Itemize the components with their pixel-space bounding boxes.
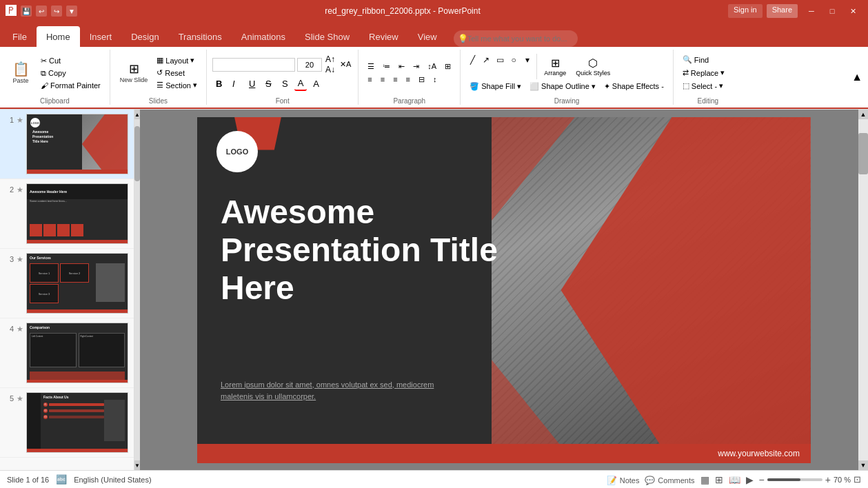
save-icon[interactable]: 💾: [21, 6, 32, 17]
reset-icon: ↺: [157, 68, 163, 77]
align-right-button[interactable]: ≡: [390, 74, 401, 85]
italic-button[interactable]: I: [229, 77, 243, 90]
line-spacing-button[interactable]: ↕: [430, 74, 441, 85]
notes-button[interactable]: 📝 Notes: [607, 474, 640, 485]
minimize-button[interactable]: ─: [802, 4, 821, 18]
font-name-input[interactable]: [212, 58, 295, 72]
section-button[interactable]: ☰Section▾: [153, 79, 201, 91]
share-button[interactable]: Share: [767, 4, 798, 18]
increase-indent-button[interactable]: ⇥: [410, 61, 423, 72]
zoom-slider[interactable]: [767, 478, 822, 481]
justify-button[interactable]: ≡: [403, 74, 414, 85]
slide-num-1: 1: [3, 114, 17, 126]
tell-me-input[interactable]: [454, 30, 578, 47]
tab-design[interactable]: Design: [121, 26, 168, 47]
slide-item-3[interactable]: 3 ★ Our Services Service 1 Service 2 Ser…: [0, 249, 134, 318]
slide-panel: 1 ★ LOGO AwesomePresentationTitle Here: [0, 110, 134, 470]
v-scroll-thumb[interactable]: [858, 133, 868, 174]
font-size-input[interactable]: [297, 58, 322, 72]
bullets-button[interactable]: ☰: [364, 61, 378, 72]
arrow-shape-button[interactable]: ↗: [480, 54, 492, 66]
format-painter-button[interactable]: 🖌Format Painter: [37, 80, 104, 91]
window-title: red_grey_ribbon_22006.pptx - PowerPoint: [77, 6, 728, 16]
select-icon: ⬚: [683, 81, 689, 90]
columns-button[interactable]: ⊟: [415, 74, 428, 85]
ellipse-shape-button[interactable]: ○: [507, 54, 520, 66]
tab-review[interactable]: Review: [359, 26, 408, 47]
align-center-button[interactable]: ≡: [377, 74, 388, 85]
tab-view[interactable]: View: [408, 26, 447, 47]
more-shapes-button[interactable]: ▾: [521, 54, 534, 66]
zoom-in-button[interactable]: +: [825, 474, 831, 485]
cut-icon: ✂: [41, 57, 47, 65]
reset-button[interactable]: ↺Reset: [153, 67, 201, 79]
comments-button[interactable]: 💬 Comments: [645, 474, 694, 485]
align-left-button[interactable]: ≡: [364, 74, 375, 85]
slide-sorter-button[interactable]: ⊞: [715, 474, 723, 485]
clear-format-button[interactable]: ✕A: [339, 60, 352, 69]
slide-item-5[interactable]: 5 ★ Facts About Us 01 02 03: [0, 388, 134, 458]
normal-view-button[interactable]: ▦: [700, 474, 709, 485]
tab-transitions[interactable]: Transitions: [169, 26, 232, 47]
zoom-out-button[interactable]: −: [759, 474, 765, 485]
v-scroll-up-button[interactable]: ▲: [858, 110, 868, 119]
text-highlight-button[interactable]: A: [310, 77, 323, 90]
quick-styles-button[interactable]: ⬡ Quick Styles: [572, 54, 614, 79]
signin-button[interactable]: Sign in: [728, 4, 763, 18]
slide-item-4[interactable]: 4 ★ Comparison Left Content Right Conten…: [0, 318, 134, 388]
slide-canvas[interactable]: LOGO Awesome Presentation Title Here Lor…: [197, 117, 811, 463]
paste-button[interactable]: 📋 Paste: [6, 59, 36, 87]
find-button[interactable]: 🔍Find: [679, 54, 712, 65]
underline-button[interactable]: U: [245, 77, 259, 90]
slide-thumb-4: Comparison Left Content Right Content: [26, 323, 128, 383]
v-scroll-down-button[interactable]: ▼: [858, 460, 868, 470]
replace-button[interactable]: ⇄Replace▾: [679, 67, 728, 79]
tab-animations[interactable]: Animations: [232, 26, 295, 47]
shape-effects-button[interactable]: ✦Shape Effects -: [600, 81, 667, 92]
increase-font-button[interactable]: A↑: [324, 54, 336, 64]
redo-icon[interactable]: ↪: [51, 6, 62, 17]
shape-fill-button[interactable]: 🪣Shape Fill▾: [466, 81, 525, 92]
undo-icon[interactable]: ↩: [36, 6, 47, 17]
slide-item-2[interactable]: 2 ★ Awesome Header Here Some content tex…: [0, 179, 134, 249]
decrease-indent-button[interactable]: ⇤: [395, 61, 408, 72]
arrange-button[interactable]: ⊞ Arrange: [540, 54, 570, 79]
editing-content: 🔍Find ⇄Replace▾ ⬚Select -▾: [679, 50, 728, 96]
rect-shape-button[interactable]: ▭: [494, 54, 506, 66]
bold-button[interactable]: B: [212, 77, 226, 90]
numbering-button[interactable]: ≔: [379, 61, 394, 72]
customize-icon[interactable]: ▼: [66, 6, 77, 17]
tab-slideshow[interactable]: Slide Show: [295, 26, 359, 47]
line-shape-button[interactable]: ╱: [466, 54, 478, 66]
reading-view-button[interactable]: 📖: [729, 474, 740, 485]
tab-insert[interactable]: Insert: [80, 26, 122, 47]
tab-file[interactable]: File: [3, 26, 37, 47]
select-button[interactable]: ⬚Select -▾: [679, 80, 727, 92]
new-slide-button[interactable]: ⊞ New Slide: [116, 60, 152, 86]
copy-button[interactable]: ⧉Copy: [37, 68, 104, 79]
slideshow-button[interactable]: ▶: [746, 474, 754, 485]
cut-button[interactable]: ✂Cut: [37, 55, 104, 67]
slide-item-1[interactable]: 1 ★ LOGO AwesomePresentationTitle Here: [0, 110, 134, 179]
spell-check-icon[interactable]: 🔤: [56, 474, 67, 485]
panel-scroll-up-button[interactable]: ▲: [134, 110, 140, 119]
shadow-button[interactable]: S: [279, 77, 292, 90]
collapse-ribbon-button[interactable]: ▲: [846, 50, 868, 105]
canvas-v-scrollbar: ▲ ▼: [858, 110, 868, 470]
ribbon-tab-bar: File Home Insert Design Transitions Anim…: [0, 22, 868, 47]
panel-scroll-thumb[interactable]: [134, 126, 140, 181]
shape-outline-button[interactable]: ⬜Shape Outline▾: [526, 81, 599, 92]
panel-scroll-down-button[interactable]: ▼: [134, 460, 140, 470]
close-button[interactable]: ✕: [843, 4, 862, 18]
layout-button[interactable]: ▦Layout▾: [153, 54, 201, 66]
tab-home[interactable]: Home: [37, 26, 80, 47]
convert-to-smartart-button[interactable]: ⊞: [441, 61, 454, 72]
fit-button[interactable]: ⊡: [854, 474, 861, 485]
text-direction-button[interactable]: ↕A: [424, 61, 440, 72]
maximize-button[interactable]: □: [822, 4, 842, 18]
font-color-button[interactable]: A: [294, 77, 307, 91]
decrease-font-button[interactable]: A↓: [324, 65, 336, 74]
strikethrough-button[interactable]: S: [262, 77, 276, 90]
editing-label: Editing: [679, 96, 737, 105]
ribbon-content: 📋 Paste ✂Cut ⧉Copy 🖌Format Painter Clipb…: [0, 47, 868, 109]
